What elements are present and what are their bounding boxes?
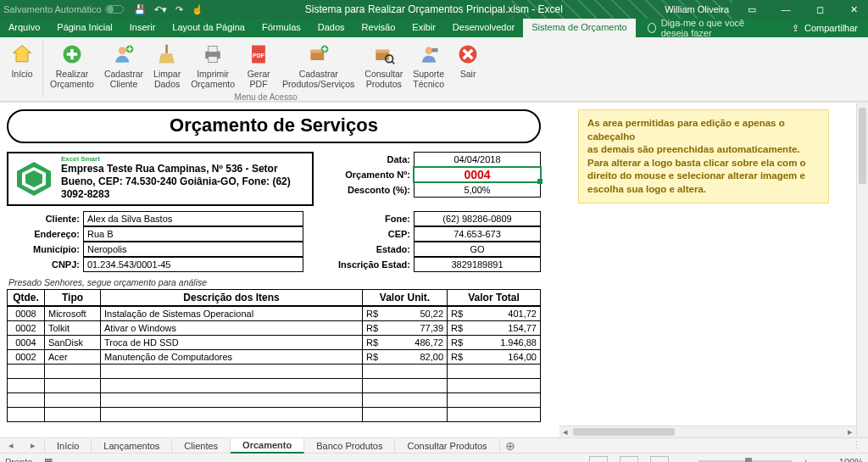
value-cliente[interactable]: Alex da Silva Bastos bbox=[83, 211, 303, 226]
rb-cadastrar-produtos[interactable]: Cadastrar Produtos/Serviços bbox=[277, 39, 359, 91]
sheet-tab-banco-produtos[interactable]: Banco Produtos bbox=[304, 439, 395, 453]
table-row[interactable]: 0008MicrosoftInstalação de Sistemas Oper… bbox=[8, 306, 541, 321]
rb-gerar-pdf[interactable]: PDF Gerar PDF bbox=[240, 39, 277, 91]
maximize-icon[interactable]: ◻ bbox=[809, 4, 831, 15]
company-logo[interactable] bbox=[14, 160, 54, 198]
col-unit: Valor Unit. bbox=[363, 290, 448, 307]
tab-insert[interactable]: Inserir bbox=[121, 19, 164, 37]
view-pagebreak-icon[interactable] bbox=[650, 456, 669, 463]
tab-sistema-orcamento[interactable]: Sistema de Orçamento bbox=[523, 19, 636, 37]
value-desconto[interactable]: 5,00% bbox=[414, 182, 541, 198]
scroll-thumb[interactable] bbox=[573, 428, 675, 436]
toggle-off-icon[interactable] bbox=[105, 5, 124, 14]
tab-data[interactable]: Dados bbox=[309, 19, 353, 37]
cell-qtde[interactable]: 0002 bbox=[8, 321, 45, 336]
touch-mode-icon[interactable]: ☝ bbox=[192, 4, 203, 15]
save-icon[interactable]: 💾 bbox=[134, 4, 146, 15]
sheet-tab-clientes[interactable]: Clientes bbox=[172, 439, 231, 453]
next-sheet-icon[interactable]: ▸ bbox=[31, 440, 36, 451]
tab-layout[interactable]: Layout da Página bbox=[164, 19, 253, 37]
table-row[interactable]: 0004SanDiskTroca de HD SSDR$486,72R$1.94… bbox=[8, 336, 541, 350]
rb-consultar-produtos[interactable]: Consultar Produtos bbox=[359, 39, 408, 91]
table-row[interactable] bbox=[8, 408, 541, 422]
cell-unit[interactable]: R$77,39 bbox=[363, 321, 448, 336]
tab-formulas[interactable]: Fórmulas bbox=[253, 19, 309, 37]
close-icon[interactable]: ✕ bbox=[843, 4, 865, 15]
rb-limpar[interactable]: Limpar Dados bbox=[148, 39, 186, 91]
zoom-out-button[interactable]: − bbox=[681, 457, 686, 463]
cell-unit[interactable]: R$486,72 bbox=[363, 336, 448, 350]
cell-unit[interactable]: R$82,00 bbox=[363, 350, 448, 365]
cell-qtde[interactable]: 0002 bbox=[8, 350, 45, 365]
cell-unit[interactable]: R$50,22 bbox=[363, 306, 448, 321]
cell-total[interactable]: R$154,77 bbox=[448, 321, 541, 336]
autosave-toggle[interactable]: Salvamento Automático bbox=[3, 4, 124, 14]
sheet-tab-inicio[interactable]: Início bbox=[44, 439, 92, 453]
cell-total[interactable]: R$401,72 bbox=[448, 306, 541, 321]
add-sheet-button[interactable]: ⊕ bbox=[500, 439, 520, 453]
cell-tipo[interactable]: Tolkit bbox=[45, 321, 101, 336]
table-row[interactable] bbox=[8, 379, 541, 393]
sheet-nav[interactable]: ◂▸ bbox=[0, 440, 44, 451]
table-row[interactable]: 0002AcerManutenção de ComputadoresR$82,0… bbox=[8, 350, 541, 365]
ribbon-options-icon[interactable]: ▭ bbox=[741, 4, 763, 15]
vertical-scrollbar[interactable] bbox=[856, 103, 868, 437]
tab-view[interactable]: Exibir bbox=[403, 19, 444, 37]
worksheet[interactable]: Orçamento de Serviços Excel Smart Empres… bbox=[0, 102, 868, 437]
rb-inicio[interactable]: Início bbox=[3, 39, 41, 81]
value-estado[interactable]: GO bbox=[414, 242, 541, 257]
value-cep[interactable]: 74.653-673 bbox=[414, 226, 541, 242]
sheet-tab-consultar-produtos[interactable]: Consultar Produtos bbox=[395, 439, 499, 453]
value-data[interactable]: 04/04/2018 bbox=[414, 152, 541, 167]
sheet-tab-orcamento[interactable]: Orcamento bbox=[231, 438, 304, 454]
scroll-thumb[interactable] bbox=[859, 108, 866, 184]
cell-desc[interactable]: Troca de HD SSD bbox=[101, 336, 363, 350]
table-row[interactable] bbox=[8, 393, 541, 408]
tab-split-icon[interactable]: ⋮ bbox=[852, 440, 861, 451]
prev-sheet-icon[interactable]: ◂ bbox=[8, 440, 14, 451]
tab-file[interactable]: Arquivo bbox=[0, 19, 48, 37]
sheet-tab-lancamentos[interactable]: Lançamentos bbox=[92, 439, 172, 453]
cell-qtde[interactable]: 0004 bbox=[8, 336, 45, 350]
horizontal-scrollbar[interactable]: ◂ ▸ bbox=[559, 426, 856, 437]
tab-developer[interactable]: Desenvolvedor bbox=[444, 19, 523, 37]
cell-desc[interactable]: Instalação de Sistemas Operacional bbox=[101, 306, 363, 321]
rb-suporte[interactable]: Suporte Técnico bbox=[408, 39, 449, 91]
table-row[interactable]: 0002TolkitAtivar o WindowsR$77,39R$154,7… bbox=[8, 321, 541, 336]
value-fone[interactable]: (62) 98286-0809 bbox=[414, 211, 541, 226]
value-inscricao[interactable]: 3829189891 bbox=[414, 257, 541, 272]
tab-home[interactable]: Página Inicial bbox=[48, 19, 120, 37]
view-layout-icon[interactable] bbox=[620, 456, 638, 463]
cell-total[interactable]: R$1.946,88 bbox=[448, 336, 541, 350]
value-orcamento[interactable]: 0004 bbox=[414, 167, 541, 182]
table-row[interactable] bbox=[8, 365, 541, 379]
macro-record-icon[interactable]: ▦ bbox=[44, 456, 53, 462]
view-normal-icon[interactable] bbox=[589, 456, 608, 463]
scroll-left-icon[interactable]: ◂ bbox=[559, 426, 571, 437]
cell-desc[interactable]: Manutenção de Computadores bbox=[101, 350, 363, 365]
cell-tipo[interactable]: Microsoft bbox=[45, 306, 101, 321]
value-endereco[interactable]: Rua B bbox=[83, 226, 303, 242]
cell-total[interactable]: R$164,00 bbox=[448, 350, 541, 365]
redo-icon[interactable]: ↷ bbox=[175, 4, 183, 15]
zoom-in-button[interactable]: + bbox=[804, 457, 809, 463]
cell-tipo[interactable]: Acer bbox=[45, 350, 101, 365]
share-button[interactable]: ⇪ Compartilhar bbox=[782, 19, 868, 37]
rb-realizar[interactable]: Realizar Orçamento bbox=[45, 39, 99, 91]
rb-sair[interactable]: Sair bbox=[449, 39, 487, 91]
slider-knob[interactable] bbox=[745, 458, 752, 463]
cell-qtde[interactable]: 0008 bbox=[8, 306, 45, 321]
value-municipio[interactable]: Neropolis bbox=[83, 242, 303, 257]
rb-cadastrar-cliente[interactable]: Cadastrar Cliente bbox=[99, 39, 148, 91]
undo-icon[interactable]: ↶▾ bbox=[154, 4, 167, 15]
cell-desc[interactable]: Ativar o Windows bbox=[101, 321, 363, 336]
user-name[interactable]: William Oliveira bbox=[665, 4, 729, 14]
minimize-icon[interactable]: ― bbox=[775, 4, 797, 14]
scroll-right-icon[interactable]: ▸ bbox=[844, 426, 856, 437]
cell-tipo[interactable]: SanDisk bbox=[45, 336, 101, 350]
tell-me[interactable]: Diga-me o que você deseja fazer bbox=[636, 19, 782, 37]
zoom-value[interactable]: 100% bbox=[821, 457, 863, 463]
rb-imprimir[interactable]: Imprimir Orçamento bbox=[186, 39, 240, 91]
tab-review[interactable]: Revisão bbox=[353, 19, 404, 37]
value-cnpj[interactable]: 01.234.543/0001-45 bbox=[83, 257, 303, 272]
